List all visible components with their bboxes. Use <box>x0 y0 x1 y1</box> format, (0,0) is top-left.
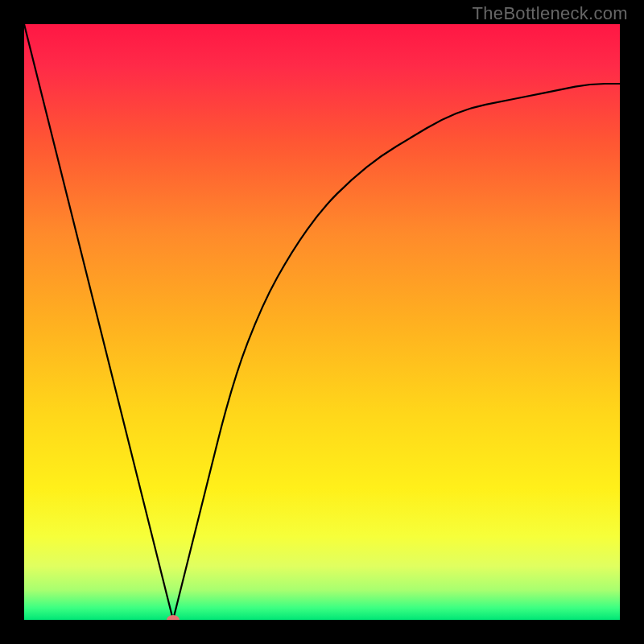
chart-svg <box>24 24 620 620</box>
chart-frame: TheBottleneck.com <box>0 0 644 644</box>
watermark-text: TheBottleneck.com <box>473 3 628 24</box>
gradient-background <box>24 24 620 620</box>
plot-area <box>24 24 620 620</box>
